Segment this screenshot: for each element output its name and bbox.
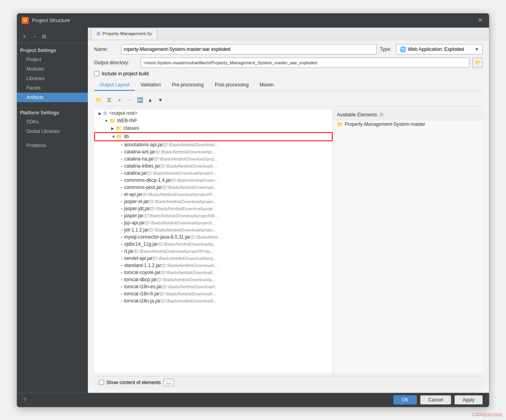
jar-icon-rt: ▪: [121, 249, 123, 254]
tree-item-lib[interactable]: ▼ 📁 lib: [94, 132, 333, 141]
right-pane-item-prop-mgmt[interactable]: 📁 Property-Management-System-master: [333, 120, 483, 129]
tree-item-jstl[interactable]: ▪ jstl-1.1.2.jar (D:\BaiduNetdiskDownloa…: [94, 226, 333, 233]
jar-icon-jstl: ▪: [121, 228, 123, 232]
cancel-button[interactable]: Cancel: [420, 395, 451, 405]
project-structure-dialog: IJ Project Structure ✕ ＋ － ⧉ Project Set…: [17, 13, 489, 407]
include-build-checkbox[interactable]: [94, 71, 99, 76]
bottom-toolbar: Show content of elements ...: [94, 376, 483, 389]
tree-item-jsp-api[interactable]: ▪ jsp-api.jar (D:\BaiduNetdiskDownload\p…: [94, 219, 333, 226]
sort-btn[interactable]: 🔤: [135, 96, 145, 105]
tree-toggle-root[interactable]: ▶: [97, 110, 103, 116]
tab-validation[interactable]: Validation: [135, 80, 166, 91]
jar-icon-jsp-api: ▪: [121, 220, 123, 225]
jar-icon-commons-dbcp: ▪: [121, 178, 123, 183]
tab-maven[interactable]: Maven: [254, 80, 279, 91]
tree-item-commons-dbcp-label: commons-dbcp-1.4.jar: [124, 177, 171, 183]
sidebar-item-sdks[interactable]: SDKs: [17, 117, 88, 127]
sidebar-item-facets[interactable]: Facets: [17, 83, 88, 93]
available-elements-help-icon[interactable]: ?: [379, 112, 384, 118]
tree-item-tomcat-i18n-fr[interactable]: ▪ tomcat-i18n-fr.jar (D:\BaiduNetdiskDow…: [94, 290, 333, 297]
jar-icon-el-api: ▪: [121, 192, 123, 197]
tree-item-tomcat-coyote[interactable]: ▪ tomcat-coyote.jar (D:\BaiduNetdiskDown…: [94, 269, 333, 276]
output-root-icon: ⚙: [103, 110, 108, 116]
tree-item-web-inf[interactable]: ▼ 📁 WEB-INF: [94, 117, 333, 125]
tree-item-catalina-label: catalina.jar: [124, 170, 147, 176]
add-output-btn[interactable]: 📁: [94, 96, 104, 105]
tree-item-annotations-api-label: annotations-api.jar: [124, 142, 163, 147]
tree-item-tomcat-i18n-es-label: tomcat-i18n-es.jar: [124, 284, 162, 289]
tree-item-servlet-api[interactable]: ▪ servlet-api.jar (D:\BaiduNetdiskDownlo…: [94, 255, 333, 262]
app-icon: IJ: [22, 17, 29, 24]
tree-item-jasper-jdt[interactable]: ▪ jasper-jdt.jar (D:\BaiduNetdiskDownloa…: [94, 205, 333, 212]
tree-item-annotations-api[interactable]: ▪ annotations-api.jar (D:\BaiduNetdiskDo…: [94, 141, 333, 148]
copy-button[interactable]: ⧉: [41, 32, 48, 41]
sidebar-item-artifacts[interactable]: Artifacts: [17, 93, 88, 102]
move-down-btn[interactable]: ▼: [156, 96, 165, 105]
sidebar-item-modules[interactable]: Modules: [17, 64, 88, 74]
name-type-row: Name: Type: 🌐 Web Application: Exploded …: [94, 44, 483, 54]
output-dir-label: Output directory:: [94, 60, 138, 65]
add-button[interactable]: ＋: [20, 32, 29, 41]
tree-item-catalina-tribes[interactable]: ▪ catalina-tribes.jar (D:\BaiduNetdiskDo…: [94, 162, 333, 170]
include-build-label[interactable]: Include in project build: [102, 71, 149, 77]
remove-button[interactable]: －: [30, 32, 39, 41]
help-icon[interactable]: ?: [23, 397, 26, 403]
tree-item-classes[interactable]: ▶ 📁 classes: [94, 125, 333, 132]
tree-item-tomcat-i18n-es[interactable]: ▪ tomcat-i18n-es.jar (D:\BaiduNetdiskDow…: [94, 283, 333, 290]
tree-item-output-root[interactable]: ▶ ⚙ <output root>: [94, 110, 333, 117]
remove-item-btn[interactable]: －: [125, 96, 134, 105]
tree-item-catalina-ant[interactable]: ▪ catalina-ant.jar (D:\BaiduNetdiskDownl…: [94, 148, 333, 155]
tree-item-tomcat-i18n-ja[interactable]: ▪ tomcat-i18n-ja.jar (D:\BaiduNetdiskDow…: [94, 297, 333, 304]
jar-icon-tomcat-i18n-fr: ▪: [121, 291, 123, 296]
tree-item-servlet-api-label: servlet-api.jar: [124, 256, 153, 261]
tab-output-layout[interactable]: Output Layout: [94, 80, 135, 91]
sidebar-item-global-libraries[interactable]: Global Libraries: [17, 127, 88, 136]
browse-button[interactable]: 📁: [473, 58, 483, 68]
tab-pre-processing[interactable]: Pre-processing: [166, 80, 209, 91]
dialog-title: Project Structure: [32, 17, 70, 23]
tree-item-jasper-el[interactable]: ▪ jasper-el.jar (D:\BaiduNetdiskDownload…: [94, 198, 333, 205]
output-dir-row: Output directory: 📁: [94, 58, 483, 68]
tree-item-ojdbc14[interactable]: ▪ ojdbc14_11g.jar (D:\BaiduNetdiskDownlo…: [94, 241, 333, 248]
tree-item-standard[interactable]: ▪ standard-1.1.2.jar (D:\BaiduNetdiskDow…: [94, 262, 333, 269]
view-btn[interactable]: ☰: [104, 96, 114, 105]
sidebar-item-sdks-label: SDKs: [26, 119, 39, 125]
show-content-checkbox[interactable]: [99, 380, 104, 385]
sidebar-item-project[interactable]: Project: [17, 55, 88, 64]
sidebar-item-libraries-label: Libraries: [26, 76, 45, 81]
tree-item-tomcat-dbcp-label: tomcat-dbcp.jar: [124, 277, 157, 282]
tree-item-catalina-ha[interactable]: ▪ catalina-ha.jar (D:\BaiduNetdiskDownlo…: [94, 155, 333, 162]
tree-item-jasper[interactable]: ▪ jasper.jar (D:\BaiduNetdiskDownload\pr…: [94, 212, 333, 219]
watermark: CSDN@知识转站: [472, 412, 503, 418]
tree-item-rt[interactable]: ▪ rt.jar (D:\BaiduNetdiskDownload\projec…: [94, 248, 333, 255]
tree-toggle-web-inf[interactable]: ▼: [104, 118, 109, 123]
apply-button[interactable]: Apply: [454, 395, 483, 405]
tree-item-commons-dbcp[interactable]: ▪ commons-dbcp-1.4.jar (D:\BaiduNetdiskD…: [94, 177, 333, 184]
artifact-tab[interactable]: ⚙ Property-Management-Sy: [91, 28, 157, 39]
name-input[interactable]: [121, 44, 377, 54]
project-settings-section: Project Settings: [17, 45, 88, 55]
tree-item-tomcat-dbcp[interactable]: ▪ tomcat-dbcp.jar (D:\BaiduNetdiskDownlo…: [94, 276, 333, 283]
output-dir-input[interactable]: [141, 58, 469, 68]
tree-item-ojdbc14-label: ojdbc14_11g.jar: [124, 241, 158, 247]
tree-item-tomcat-coyote-label: tomcat-coyote.jar: [124, 270, 160, 275]
tree-item-jasper-jdt-label: jasper-jdt.jar: [124, 206, 150, 211]
move-up-btn[interactable]: ▲: [145, 96, 155, 105]
close-button[interactable]: ✕: [476, 17, 484, 24]
more-options-button[interactable]: ...: [163, 379, 174, 386]
tree-item-catalina[interactable]: ▪ catalina.jar (D:\BaiduNetdiskDownload\…: [94, 170, 333, 177]
tree-item-commons-pool[interactable]: ▪ commons-pool.jar (D:\BaiduNetdiskDownl…: [94, 184, 333, 191]
show-content-label[interactable]: Show content of elements: [106, 380, 161, 385]
type-select[interactable]: 🌐 Web Application: Exploded ▼: [396, 44, 483, 54]
type-select-arrow-icon: ▼: [474, 47, 479, 52]
tab-post-processing[interactable]: Post-processing: [209, 80, 254, 91]
sidebar-item-problems[interactable]: Problems: [17, 141, 88, 150]
tree-toggle-classes[interactable]: ▶: [110, 125, 115, 131]
tree-toggle-lib[interactable]: ▼: [111, 134, 116, 139]
sidebar-item-libraries[interactable]: Libraries: [17, 74, 88, 83]
tree-item-mysql-connector[interactable]: ▪ mysql-connector-java-8.0.31.jar (D:\Ba…: [94, 233, 333, 241]
add-item-btn[interactable]: ＋: [115, 96, 124, 105]
jar-icon-jasper-el: ▪: [121, 199, 123, 204]
tree-item-el-api[interactable]: ▪ el-api.jar (D:\BaiduNetdiskDownload\pr…: [94, 191, 333, 198]
ok-button[interactable]: OK: [393, 395, 417, 405]
